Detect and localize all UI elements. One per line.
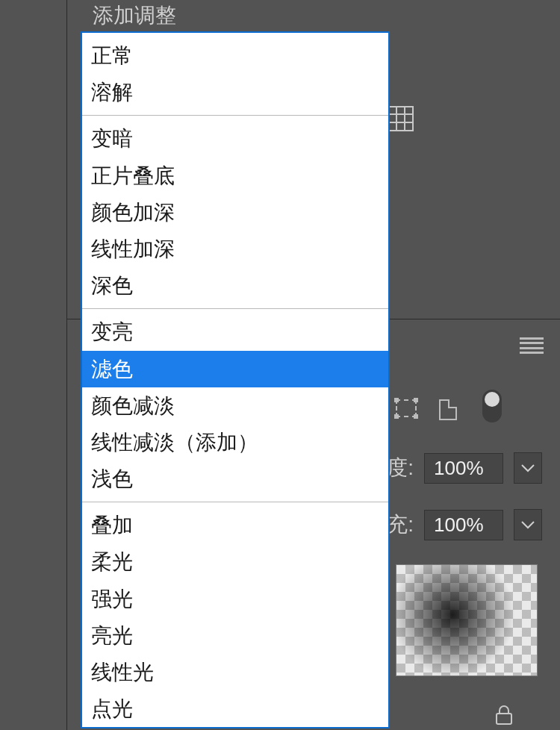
- opacity-row: 度: 100%: [387, 452, 542, 484]
- menu-group: 变亮滤色颜色减淡线性减淡（添加）浅色: [82, 309, 388, 502]
- blend-mode-option[interactable]: 深色: [82, 267, 388, 304]
- fill-label: 充:: [387, 511, 414, 539]
- layers-toolbar: [396, 394, 502, 427]
- blend-mode-option[interactable]: 溶解: [82, 74, 388, 110]
- blend-mode-option[interactable]: 浅色: [82, 461, 388, 497]
- blend-mode-option[interactable]: 正常: [82, 37, 388, 74]
- artboard-icon[interactable]: [439, 399, 461, 422]
- blend-mode-option[interactable]: 变亮: [82, 313, 388, 350]
- opacity-label: 度:: [387, 454, 414, 482]
- menu-icon: [520, 337, 544, 354]
- blend-mode-option[interactable]: 亮光: [82, 617, 388, 654]
- blend-mode-option[interactable]: 变暗: [82, 120, 388, 157]
- menu-group: 正常溶解: [82, 33, 388, 116]
- panel-title: 添加调整: [67, 0, 560, 31]
- blend-mode-option[interactable]: 柔光: [82, 543, 388, 580]
- lock-toggle[interactable]: [482, 390, 502, 422]
- blend-mode-option[interactable]: 颜色减淡: [82, 387, 388, 424]
- opacity-dropdown-button[interactable]: [514, 452, 542, 484]
- layer-list: [396, 564, 544, 676]
- fill-dropdown-button[interactable]: [514, 509, 542, 540]
- menu-group: 叠加柔光强光亮光线性光点光: [82, 502, 388, 729]
- blend-mode-option[interactable]: 线性减淡（添加）: [82, 424, 388, 461]
- blend-mode-option[interactable]: 线性加深: [82, 231, 388, 267]
- blend-mode-option[interactable]: 强光: [82, 581, 388, 617]
- opacity-input[interactable]: 100%: [424, 453, 503, 484]
- left-sidebar: [0, 0, 67, 730]
- menu-group: 变暗正片叠底颜色加深线性加深深色: [82, 116, 388, 309]
- transform-icon[interactable]: [396, 399, 418, 422]
- grid-icon[interactable]: [388, 106, 414, 131]
- fill-input[interactable]: 100%: [424, 510, 503, 540]
- blend-mode-option[interactable]: 点光: [82, 690, 388, 727]
- blend-mode-option[interactable]: 线性光: [82, 654, 388, 690]
- blend-mode-option[interactable]: 叠加: [82, 507, 388, 543]
- svg-rect-0: [389, 107, 413, 131]
- svg-rect-5: [497, 714, 511, 724]
- lock-icon[interactable]: [493, 703, 515, 726]
- blend-mode-dropdown[interactable]: 正常溶解变暗正片叠底颜色加深线性加深深色变亮滤色颜色减淡线性减淡（添加）浅色叠加…: [81, 31, 390, 729]
- blend-mode-option[interactable]: 正片叠底: [82, 157, 388, 194]
- blend-mode-option[interactable]: 滤色: [82, 351, 388, 387]
- fill-row: 充: 100%: [387, 509, 542, 540]
- layer-thumbnail[interactable]: [396, 564, 538, 676]
- blend-mode-option[interactable]: 颜色加深: [82, 194, 388, 231]
- panel-menu-button[interactable]: [520, 337, 544, 354]
